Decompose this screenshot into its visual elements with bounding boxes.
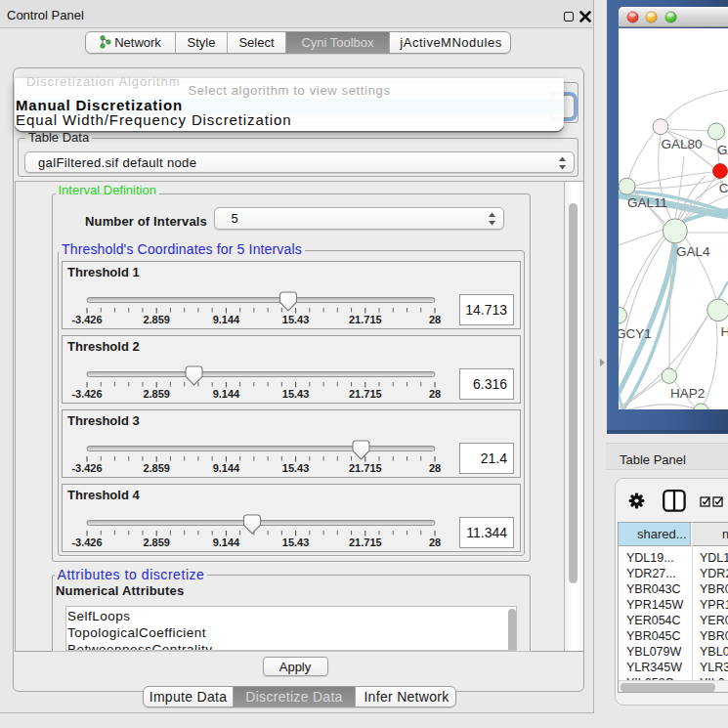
svg-text:2.859: 2.859 [143,536,170,548]
svg-text:9.144: 9.144 [213,536,240,548]
svg-text:-3.426: -3.426 [71,462,102,474]
svg-text:21.715: 21.715 [349,314,382,325]
svg-text:21.715: 21.715 [349,536,382,548]
svg-text:15.43: 15.43 [282,314,310,325]
svg-text:28: 28 [429,388,441,400]
svg-text:9.144: 9.144 [213,314,240,325]
svg-text:9.144: 9.144 [213,462,240,474]
svg-text:2.859: 2.859 [143,462,170,474]
svg-text:HAP2: HAP2 [670,386,705,401]
svg-text:GA: GA [717,143,728,157]
svg-text:21.715: 21.715 [349,462,382,474]
svg-text:28: 28 [429,314,441,325]
svg-text:GAL11: GAL11 [627,195,667,210]
svg-text:C: C [719,181,728,195]
svg-text:GAL80: GAL80 [662,137,703,151]
svg-text:GAL4: GAL4 [676,244,710,259]
svg-text:2.859: 2.859 [143,314,170,325]
svg-text:28: 28 [429,536,441,548]
svg-text:-3.426: -3.426 [71,536,102,548]
svg-text:15.43: 15.43 [282,536,310,548]
svg-text:15.43: 15.43 [282,388,310,400]
svg-text:2.859: 2.859 [143,388,170,400]
svg-text:15.43: 15.43 [282,462,310,474]
svg-text:GCY1: GCY1 [619,326,652,341]
svg-text:H: H [721,324,728,339]
svg-text:21.715: 21.715 [349,388,382,400]
svg-text:28: 28 [429,462,441,474]
svg-text:9.144: 9.144 [213,388,240,400]
svg-text:-3.426: -3.426 [71,314,102,325]
svg-text:-3.426: -3.426 [71,388,102,400]
